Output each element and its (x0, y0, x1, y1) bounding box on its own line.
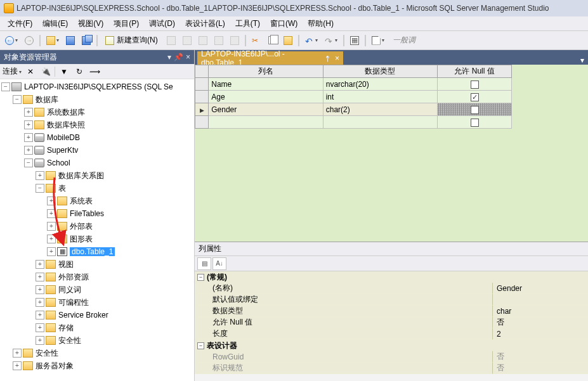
tree-security-db[interactable]: +安全性 (0, 334, 194, 347)
tree-tables[interactable]: −表 (0, 182, 194, 195)
saveall-button[interactable] (79, 34, 93, 48)
tab-table-designer[interactable]: LAPTOP-IN3E6IJP\...ol - dbo.Table_1 (197, 51, 343, 65)
designer-row-active[interactable]: Gender char(2) (195, 103, 512, 116)
menu-view[interactable]: 视图(V) (73, 16, 108, 31)
redo-button[interactable] (322, 34, 340, 48)
tree-programmability[interactable]: +可编程性 (0, 296, 194, 309)
col-header-null[interactable]: 允许 Null 值 (438, 65, 512, 78)
props-divider (228, 257, 242, 270)
close-icon[interactable] (335, 54, 339, 63)
save-button[interactable] (63, 34, 77, 48)
tree-ext-resources[interactable]: +外部资源 (0, 271, 194, 283)
menu-file[interactable]: 文件(F) (3, 16, 37, 31)
tree-sys-tables[interactable]: +系统表 (0, 195, 194, 207)
pin-icon[interactable] (324, 54, 331, 63)
copy-button[interactable] (265, 34, 279, 48)
categorized-button[interactable]: ▤ (197, 257, 211, 270)
props-grid[interactable]: −(常规) (名称)Gender 默认值或绑定 数据类型char 允许 Null… (195, 271, 588, 381)
tree-db-snapshot[interactable]: +数据库快照 (0, 119, 194, 131)
menu-window[interactable]: 窗口(W) (265, 16, 303, 31)
prop-identity[interactable]: 标识规范否 (195, 363, 588, 374)
filter-button[interactable]: ▼ (58, 65, 70, 78)
designer-row-empty[interactable] (195, 116, 512, 129)
cell-null[interactable] (438, 91, 512, 103)
menu-edit[interactable]: 编辑(E) (37, 16, 73, 31)
prop-default[interactable]: 默认值或绑定 (195, 294, 588, 306)
pin-icon[interactable]: 📌 (174, 53, 183, 61)
new-query-icon (105, 36, 114, 45)
nav-forward-button[interactable] (22, 34, 36, 48)
tree-server-objects[interactable]: +服务器对象 (0, 359, 194, 372)
open-button[interactable] (44, 34, 62, 48)
copy-icon (268, 36, 275, 44)
menu-tools[interactable]: 工具(T) (230, 16, 265, 31)
tree-db-school[interactable]: −School (0, 157, 194, 169)
new-query-button[interactable]: 新建查询(N) (101, 34, 162, 48)
query-type-4-button[interactable] (212, 34, 226, 48)
cell-type[interactable]: int (323, 91, 437, 103)
tree-db-mobiledb[interactable]: +MobileDB (0, 131, 194, 144)
prop-datatype[interactable]: 数据类型char (195, 306, 588, 317)
menu-tabledesigner[interactable]: 表设计器(L) (180, 16, 230, 31)
tree-service-broker[interactable]: +Service Broker (0, 309, 194, 321)
folder-icon (46, 311, 56, 320)
cell-null[interactable] (438, 103, 512, 116)
dropdown-icon[interactable]: ▾ (167, 53, 171, 61)
tree-storage[interactable]: +存储 (0, 321, 194, 334)
table-designer-grid[interactable]: 列名 数据类型 允许 Null 值 Name nvarchar(20) Age … (195, 65, 588, 129)
disconnect-button[interactable]: ✕ (24, 65, 37, 78)
tree-views[interactable]: +视图 (0, 258, 194, 271)
cell-type[interactable]: nvarchar(20) (323, 78, 437, 91)
script-button[interactable] (369, 34, 387, 48)
folder-icon (46, 336, 56, 345)
menu-debug[interactable]: 调试(D) (144, 16, 180, 31)
props-category-general[interactable]: −(常规) (195, 271, 588, 283)
cell-type[interactable]: char(2) (323, 103, 437, 116)
alphabetical-button[interactable]: A↓ (212, 257, 226, 270)
cut-button[interactable] (249, 34, 263, 48)
query-type-5-button[interactable] (228, 34, 242, 48)
forward-icon (25, 36, 34, 45)
tree-file-tables[interactable]: +FileTables (0, 207, 194, 220)
connect-label[interactable]: 连接 (3, 66, 22, 77)
designer-row[interactable]: Age int (195, 91, 512, 103)
tree-table-dbo-table1[interactable]: +dbo.Table_1 (0, 245, 194, 258)
designer-row[interactable]: Name nvarchar(20) (195, 78, 512, 91)
query-type-3-button[interactable] (196, 34, 210, 48)
tree-server[interactable]: −LAPTOP-IN3E6IJP\SQLEXPRESS (SQL Se (0, 81, 194, 93)
tree-diagrams[interactable]: +数据库关系图 (0, 169, 194, 182)
cell-name[interactable]: Gender (209, 103, 323, 116)
cell-null[interactable] (438, 78, 512, 91)
prop-length[interactable]: 长度2 (195, 328, 588, 340)
tree-graph-tables[interactable]: +图形表 (0, 233, 194, 245)
refresh-button[interactable]: ↻ (73, 65, 86, 78)
tree-db-superktv[interactable]: +SuperKtv (0, 144, 194, 157)
prop-nullable[interactable]: 允许 Null 值否 (195, 317, 588, 328)
tree-security[interactable]: +安全性 (0, 347, 194, 359)
prop-name[interactable]: (名称)Gender (195, 283, 588, 294)
activity-button[interactable]: ⟿ (88, 65, 101, 78)
col-header-name[interactable]: 列名 (209, 65, 323, 78)
menu-project[interactable]: 项目(P) (108, 16, 144, 31)
close-icon[interactable]: × (186, 53, 190, 61)
cut-icon (252, 36, 261, 45)
menu-help[interactable]: 帮助(H) (303, 16, 339, 31)
tree-external-tables[interactable]: +外部表 (0, 220, 194, 233)
tree-synonyms[interactable]: +同义词 (0, 283, 194, 296)
tab-overflow-button[interactable]: ▾ (577, 56, 588, 65)
tree-sys-databases[interactable]: +系统数据库 (0, 106, 194, 119)
results-grid-button[interactable] (348, 34, 362, 48)
object-explorer-tree[interactable]: −LAPTOP-IN3E6IJP\SQLEXPRESS (SQL Se −数据库… (0, 79, 194, 381)
cell-name[interactable]: Name (209, 78, 323, 91)
props-category-designer[interactable]: −表设计器 (195, 340, 588, 351)
tree-databases[interactable]: −数据库 (0, 93, 194, 106)
prop-rowguid[interactable]: RowGuid否 (195, 351, 588, 363)
undo-button[interactable] (303, 34, 320, 48)
connect-button[interactable]: 🔌 (39, 65, 52, 78)
col-header-type[interactable]: 数据类型 (323, 65, 437, 78)
query-type-2-button[interactable] (180, 34, 194, 48)
nav-back-button[interactable] (3, 34, 20, 48)
query-type-1-button[interactable] (164, 34, 178, 48)
cell-name[interactable]: Age (209, 91, 323, 103)
paste-button[interactable] (281, 34, 295, 48)
